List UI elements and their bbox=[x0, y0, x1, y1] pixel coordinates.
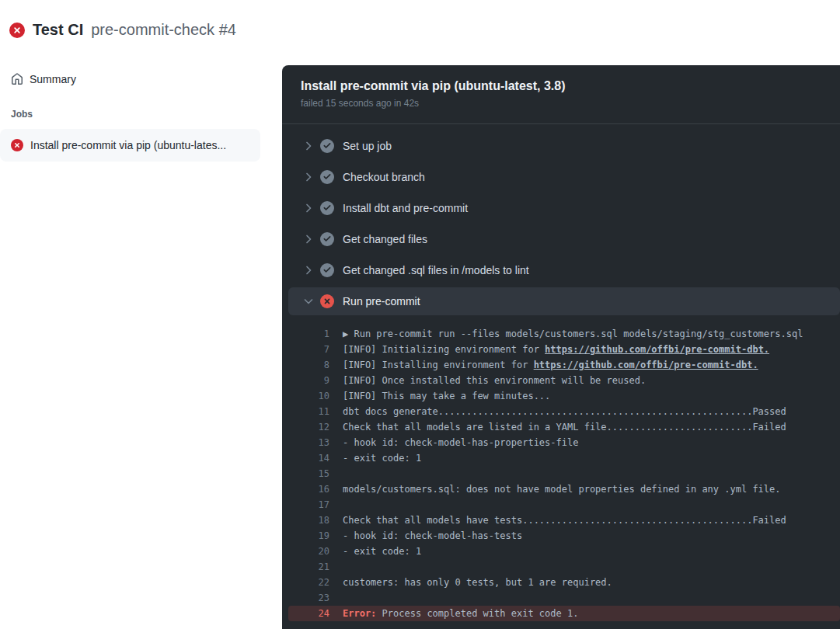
log-line: 12 Check that all models are listed in a… bbox=[282, 419, 840, 435]
log-text: dbt docs generate.......................… bbox=[343, 404, 786, 419]
log-line-number[interactable]: 9 bbox=[282, 373, 329, 388]
step-name: Checkout branch bbox=[343, 171, 425, 183]
step-success-icon bbox=[320, 232, 334, 246]
log-line-number[interactable]: 19 bbox=[282, 528, 329, 544]
log-line: 8 [INFO] Installing environment for http… bbox=[282, 357, 840, 373]
log-text: - hook id: check-model-has-tests bbox=[343, 528, 522, 544]
job-status-summary: failed 15 seconds ago in 42s bbox=[301, 98, 821, 109]
log-line: 14 - exit code: 1 bbox=[282, 450, 840, 466]
step-name: Run pre-commit bbox=[343, 295, 420, 308]
log-text: - exit code: 1 bbox=[343, 450, 421, 466]
step-success-icon bbox=[320, 170, 334, 184]
log-line-number[interactable]: 18 bbox=[282, 513, 329, 528]
log-line: 1 ▶ Run pre-commit run --files models/cu… bbox=[282, 326, 840, 342]
chevron-down-icon[interactable] bbox=[302, 295, 315, 308]
job-log-header: Install pre-commit via pip (ubuntu-lates… bbox=[282, 65, 840, 124]
log-line-number[interactable]: 12 bbox=[282, 419, 329, 435]
log-line-number[interactable]: 22 bbox=[282, 575, 329, 590]
log-line-number[interactable]: 14 bbox=[282, 450, 329, 466]
chevron-right-icon[interactable] bbox=[302, 140, 315, 152]
log-line-number[interactable]: 11 bbox=[282, 404, 329, 419]
step-row[interactable]: Run pre-commit bbox=[288, 287, 840, 315]
summary-label: Summary bbox=[30, 73, 76, 85]
job-name: Install pre-commit via pip (ubuntu-lates… bbox=[30, 139, 226, 151]
log-text: customers: has only 0 tests, but 1 are r… bbox=[343, 575, 612, 590]
log-line-number[interactable]: 20 bbox=[282, 544, 329, 559]
log-line: 21 bbox=[282, 559, 840, 575]
log-text: Check that all models are listed in a YA… bbox=[343, 419, 786, 435]
log-line-number[interactable]: 16 bbox=[282, 481, 329, 497]
log-line: 17 bbox=[282, 497, 840, 513]
log-text: ▶ Run pre-commit run --files models/cust… bbox=[343, 326, 803, 342]
log-line: 23 bbox=[282, 590, 840, 606]
chevron-right-icon[interactable] bbox=[302, 202, 315, 214]
run-name: pre-commit-check #4 bbox=[91, 21, 236, 39]
home-icon bbox=[11, 73, 23, 85]
jobs-heading: Jobs bbox=[11, 109, 282, 120]
log-line: 11 dbt docs generate....................… bbox=[282, 404, 840, 419]
log-text: [INFO] Once installed this environment w… bbox=[343, 373, 646, 388]
step-success-icon bbox=[320, 139, 334, 153]
run-header: Test CI pre-commit-check #4 bbox=[9, 21, 236, 39]
log-line-number[interactable]: 1 bbox=[282, 326, 329, 342]
log-line: 24 Error: Process completed with exit co… bbox=[288, 606, 840, 621]
log-line: 13 - hook id: check-model-has-properties… bbox=[282, 435, 840, 450]
step-row[interactable]: Install dbt and pre-commit bbox=[282, 193, 840, 224]
log-line: 22 customers: has only 0 tests, but 1 ar… bbox=[282, 575, 840, 590]
steps-list: Set up job Checkout branch Install dbt a… bbox=[282, 124, 840, 315]
log-line-number[interactable]: 24 bbox=[288, 606, 329, 621]
log-line-number[interactable]: 10 bbox=[282, 388, 329, 404]
log-line-number[interactable]: 21 bbox=[282, 559, 329, 575]
step-failure-icon bbox=[320, 294, 334, 308]
step-name: Install dbt and pre-commit bbox=[343, 202, 468, 214]
step-row[interactable]: Set up job bbox=[282, 130, 840, 162]
log-line: 15 bbox=[282, 466, 840, 481]
error-label: Error: bbox=[343, 608, 382, 619]
log-line-number[interactable]: 13 bbox=[282, 435, 329, 450]
log-line-number[interactable]: 23 bbox=[282, 590, 329, 606]
log-text: [INFO] This may take a few minutes... bbox=[343, 388, 550, 404]
job-log-panel: Install pre-commit via pip (ubuntu-lates… bbox=[282, 65, 840, 629]
chevron-right-icon[interactable] bbox=[302, 264, 315, 276]
step-success-icon bbox=[320, 201, 334, 215]
job-failure-icon bbox=[11, 139, 23, 151]
step-row[interactable]: Get changed .sql files in /models to lin… bbox=[282, 255, 840, 286]
log-text: - hook id: check-model-has-properties-fi… bbox=[343, 435, 578, 450]
sidebar-item-summary[interactable]: Summary bbox=[0, 65, 282, 85]
log-line-number[interactable]: 7 bbox=[282, 342, 329, 357]
log-line: 10 [INFO] This may take a few minutes... bbox=[282, 388, 840, 404]
sidebar-job-item[interactable]: Install pre-commit via pip (ubuntu-lates… bbox=[0, 129, 260, 162]
log-line: 19 - hook id: check-model-has-tests bbox=[282, 528, 840, 544]
step-row[interactable]: Checkout branch bbox=[282, 162, 840, 193]
log-line: 7 [INFO] Initializing environment for ht… bbox=[282, 342, 840, 357]
log-line: 9 [INFO] Once installed this environment… bbox=[282, 373, 840, 388]
step-name: Get changed .sql files in /models to lin… bbox=[343, 264, 529, 276]
log-line-number[interactable]: 17 bbox=[282, 497, 329, 513]
log-line-number[interactable]: 8 bbox=[282, 357, 329, 373]
log-text: [INFO] Initializing environment for http… bbox=[343, 342, 769, 357]
log-line: 18 Check that all models have tests.....… bbox=[282, 513, 840, 528]
log-text: - exit code: 1 bbox=[343, 544, 421, 559]
run-failure-icon bbox=[9, 23, 25, 38]
job-title: Install pre-commit via pip (ubuntu-lates… bbox=[301, 78, 821, 94]
step-name: Set up job bbox=[343, 140, 392, 152]
log-text: [INFO] Installing environment for https:… bbox=[343, 357, 758, 373]
log-text: models/customers.sql: does not have mode… bbox=[343, 481, 781, 497]
chevron-right-icon[interactable] bbox=[302, 233, 315, 245]
log-output: 1 ▶ Run pre-commit run --files models/cu… bbox=[282, 317, 840, 621]
log-text: Error: Process completed with exit code … bbox=[343, 606, 578, 621]
log-text: Check that all models have tests........… bbox=[343, 513, 786, 528]
step-name: Get changed files bbox=[343, 233, 427, 245]
log-line: 16 models/customers.sql: does not have m… bbox=[282, 481, 840, 497]
log-line-number[interactable]: 15 bbox=[282, 466, 329, 481]
step-success-icon bbox=[320, 263, 334, 277]
workflow-name: Test CI bbox=[33, 21, 83, 39]
chevron-right-icon[interactable] bbox=[302, 171, 315, 183]
log-line: 20 - exit code: 1 bbox=[282, 544, 840, 559]
sidebar: Summary Jobs Install pre-commit via pip … bbox=[0, 65, 282, 629]
log-link[interactable]: https://github.com/offbi/pre-commit-dbt. bbox=[534, 360, 758, 370]
step-row[interactable]: Get changed files bbox=[282, 224, 840, 255]
log-link[interactable]: https://github.com/offbi/pre-commit-dbt. bbox=[545, 344, 769, 355]
